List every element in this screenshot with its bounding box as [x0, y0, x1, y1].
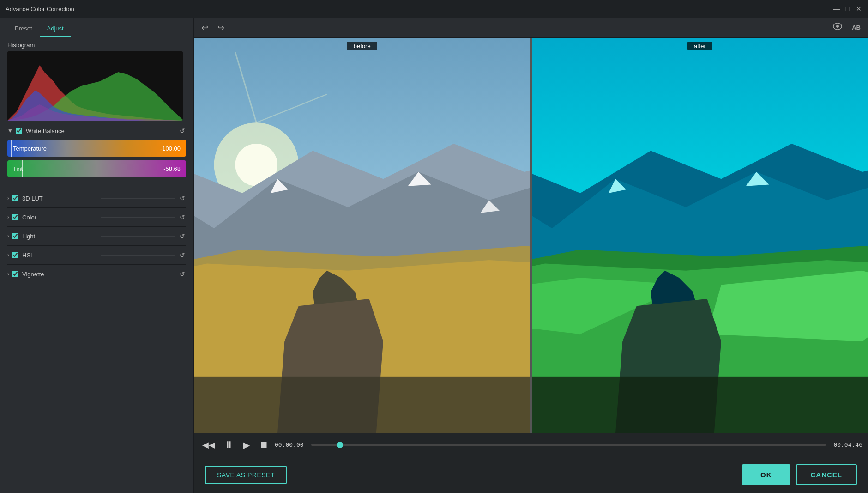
- current-time: 00:00:00: [275, 441, 304, 448]
- histogram-section: Histogram: [7, 42, 186, 121]
- play-button[interactable]: ▶: [240, 438, 253, 452]
- white-balance-chevron[interactable]: ▼: [7, 128, 13, 134]
- svg-point-1: [836, 25, 839, 28]
- action-bar: SAVE AS PRESET OK CANCEL: [194, 456, 868, 493]
- progress-bar[interactable]: [311, 444, 826, 446]
- progress-indicator[interactable]: [337, 442, 343, 448]
- temperature-slider[interactable]: Temperature -100.00: [7, 140, 186, 157]
- temperature-thumb[interactable]: [11, 140, 12, 157]
- video-preview: before: [194, 38, 868, 433]
- pause-icon: ⏸: [224, 439, 234, 450]
- panel-content: Histogram ▼: [0, 37, 193, 493]
- lut3d-divider: [101, 198, 175, 199]
- pause-button[interactable]: ⏸: [222, 438, 236, 452]
- ok-button[interactable]: OK: [742, 464, 790, 485]
- lut3d-chevron[interactable]: ›: [7, 195, 9, 201]
- left-panel: Preset Adjust Histogram: [0, 18, 194, 493]
- tint-value: -58.68: [163, 165, 181, 172]
- stop-button[interactable]: ⏹: [256, 438, 271, 452]
- tab-preset[interactable]: Preset: [7, 21, 40, 37]
- right-actions: OK CANCEL: [742, 464, 857, 485]
- app-title: Advance Color Correction: [6, 6, 833, 12]
- after-image-svg: [532, 38, 868, 433]
- step-back-button[interactable]: ◀◀: [199, 438, 218, 452]
- white-balance-label: White Balance: [26, 128, 179, 134]
- histogram-canvas: [7, 51, 183, 121]
- redo-button[interactable]: ↪: [216, 21, 226, 35]
- hsl-divider: [101, 255, 175, 256]
- vignette-checkbox[interactable]: [12, 271, 18, 277]
- hsl-reset-button[interactable]: ↺: [179, 250, 186, 260]
- before-panel: before: [194, 38, 530, 433]
- light-divider: [101, 236, 175, 237]
- ab-icon: AB: [852, 24, 861, 31]
- hsl-label: HSL: [22, 252, 97, 259]
- light-reset-button[interactable]: ↺: [179, 231, 186, 241]
- hsl-checkbox[interactable]: [12, 252, 18, 258]
- before-image-svg: [194, 38, 530, 433]
- tabs-row: Preset Adjust: [0, 18, 193, 37]
- section-item-lut3d: › 3D LUT ↺: [7, 189, 186, 208]
- after-panel: after: [532, 38, 868, 433]
- ab-button[interactable]: AB: [850, 21, 862, 34]
- duration-display: 00:04:46: [833, 441, 862, 448]
- tab-adjust[interactable]: Adjust: [40, 21, 71, 37]
- stop-icon: ⏹: [259, 439, 268, 450]
- section-item-light: › Light ↺: [7, 227, 186, 246]
- eye-button[interactable]: [831, 21, 844, 34]
- step-back-icon: ◀◀: [202, 440, 215, 450]
- player-bar: ◀◀ ⏸ ▶ ⏹ 00:00:00 00:04:46: [194, 433, 868, 456]
- tint-thumb[interactable]: [22, 160, 23, 177]
- light-checkbox[interactable]: [12, 233, 18, 239]
- section-item-color: › Color ↺: [7, 208, 186, 227]
- color-reset-button[interactable]: ↺: [179, 213, 186, 222]
- section-item-vignette: › Vignette ↺: [7, 265, 186, 283]
- tint-slider[interactable]: Tint -58.68: [7, 160, 186, 177]
- section-item-hsl: › HSL ↺: [7, 246, 186, 265]
- hsl-chevron[interactable]: ›: [7, 252, 9, 258]
- save-preset-button[interactable]: SAVE AS PRESET: [205, 466, 287, 484]
- toolbar-row: ↩ ↪ AB: [194, 18, 868, 38]
- maximize-button[interactable]: □: [844, 5, 851, 12]
- redo-icon: ↪: [217, 23, 224, 33]
- lut3d-reset-button[interactable]: ↺: [179, 194, 186, 203]
- color-checkbox[interactable]: [12, 214, 18, 220]
- white-balance-reset-button[interactable]: ↺: [179, 126, 186, 135]
- cancel-button[interactable]: CANCEL: [796, 464, 857, 485]
- main-content: Preset Adjust Histogram: [0, 18, 868, 493]
- white-balance-checkbox[interactable]: [16, 128, 22, 134]
- close-button[interactable]: ✕: [855, 5, 862, 12]
- svg-rect-16: [194, 377, 530, 433]
- play-icon: ▶: [243, 440, 250, 450]
- light-label: Light: [22, 233, 97, 240]
- vignette-chevron[interactable]: ›: [7, 271, 9, 277]
- light-chevron[interactable]: ›: [7, 233, 9, 239]
- temperature-label: Temperature: [13, 145, 47, 152]
- white-balance-section-header: ▼ White Balance ↺: [7, 126, 186, 135]
- histogram-svg: [7, 51, 183, 121]
- histogram-title: Histogram: [7, 42, 186, 49]
- title-bar: Advance Color Correction — □ ✕: [0, 0, 868, 18]
- color-divider: [101, 217, 175, 218]
- toolbar-right: AB: [831, 21, 862, 34]
- minimize-button[interactable]: —: [833, 5, 840, 12]
- eye-icon: [832, 23, 843, 32]
- lut3d-checkbox[interactable]: [12, 195, 18, 201]
- vignette-divider: [101, 274, 175, 274]
- undo-button[interactable]: ↩: [199, 21, 210, 35]
- after-label: after: [687, 42, 712, 50]
- before-label: before: [347, 42, 377, 50]
- temperature-value: -100.00: [160, 145, 181, 152]
- undo-icon: ↩: [201, 23, 208, 33]
- color-label: Color: [22, 214, 97, 221]
- lut3d-label: 3D LUT: [22, 195, 97, 202]
- vignette-reset-button[interactable]: ↺: [179, 269, 186, 279]
- right-panel: ↩ ↪ AB: [194, 18, 868, 493]
- vignette-label: Vignette: [22, 271, 97, 278]
- window-controls: — □ ✕: [833, 5, 862, 12]
- svg-rect-28: [532, 377, 868, 433]
- color-chevron[interactable]: ›: [7, 214, 9, 220]
